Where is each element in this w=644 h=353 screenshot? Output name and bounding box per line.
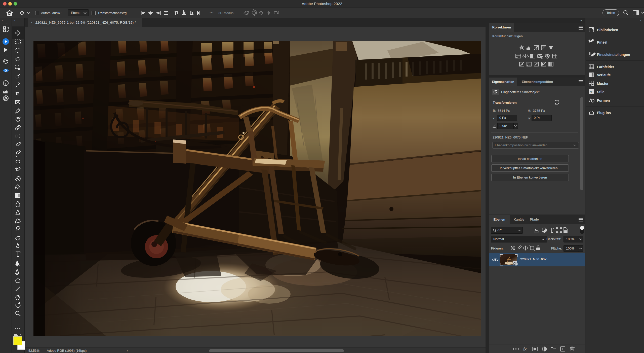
svg-text:fx: fx: [523, 347, 527, 351]
svg-text:fx: fx: [590, 90, 593, 94]
